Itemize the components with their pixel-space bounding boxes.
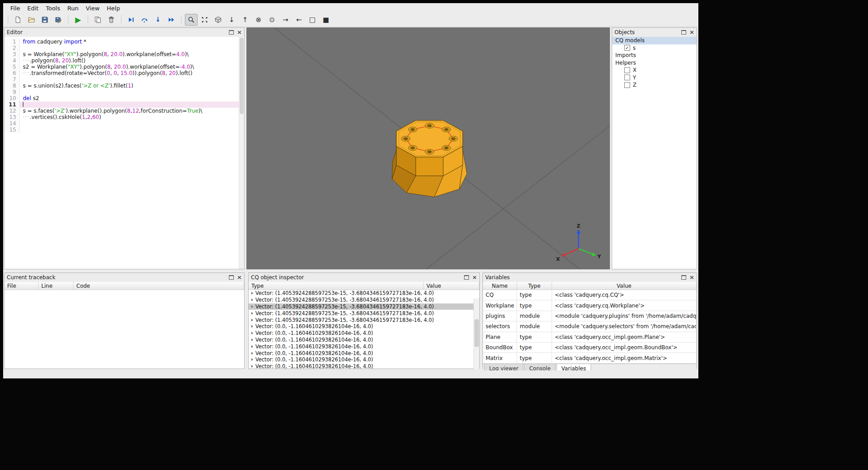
front-view-button[interactable]: ⊗ — [252, 14, 265, 26]
variable-row-boundbox[interactable]: BoundBoxtype<class 'cadquery.occ_impl.ge… — [483, 343, 697, 353]
tree-item-y[interactable]: Y — [612, 74, 697, 82]
code-line-8[interactable]: 8s = s.union(s2).faces('>Z or <Z').fille… — [4, 83, 244, 89]
variable-row-matrix[interactable]: Matrixtype<class 'cadquery.occ_impl.geom… — [483, 353, 697, 363]
debug-button[interactable] — [125, 14, 137, 26]
render-button[interactable]: ▶ — [72, 14, 84, 26]
objects-panel-titlebar[interactable]: Objects — [612, 28, 697, 37]
wireframe-view-button[interactable]: ■ — [320, 14, 332, 26]
code-line-15[interactable]: 15 — [4, 127, 244, 133]
save-button[interactable] — [39, 14, 51, 26]
code-line-5[interactable]: 5s2 = Workplane("XY").polygon(8, 20.0).w… — [4, 64, 244, 70]
column-header-code[interactable]: Code — [74, 282, 244, 290]
code-line-14[interactable]: 14 — [4, 120, 244, 127]
inspector-row[interactable]: Vector: (1.4053924288597253e-15, -3.6804… — [249, 290, 479, 297]
float-icon[interactable] — [229, 30, 234, 35]
code-line-11[interactable]: 11 — [4, 101, 244, 108]
expand-arrow-icon[interactable] — [251, 365, 253, 368]
inspector-row[interactable]: Vector: (1.4053924288597253e-15, -3.6804… — [249, 310, 479, 316]
menu-edit[interactable]: Edit — [24, 4, 42, 13]
variable-row-plugins[interactable]: pluginsmodule<module 'cadquery.plugins' … — [483, 311, 697, 321]
inspector-row[interactable]: Vector: (0.0, -1.1604610293826104e-16, 4… — [249, 343, 479, 350]
inspector-row[interactable]: Vector: (1.4053924288597253e-15, -3.6804… — [249, 316, 479, 323]
code-line-4[interactable]: 4····.polygon(8, 20).loft() — [4, 57, 244, 64]
inspector-row[interactable]: Vector: (0.0, -1.1604610293826104e-16, 4… — [249, 350, 479, 356]
inspector-scrollbar[interactable] — [473, 299, 479, 369]
expand-arrow-icon[interactable] — [251, 325, 253, 328]
float-icon[interactable] — [229, 275, 234, 280]
column-header-name[interactable]: Name — [483, 282, 517, 290]
code-editor[interactable]: 1from cadquery import *23s = Workplane("… — [4, 37, 244, 269]
expand-arrow-icon[interactable] — [251, 345, 253, 348]
new-file-button[interactable] — [12, 14, 24, 26]
iso-view-button[interactable] — [212, 14, 224, 26]
save-as-button[interactable] — [52, 14, 65, 26]
tree-group-cq-models[interactable]: CQ models — [612, 37, 697, 44]
menu-run[interactable]: Run — [64, 4, 82, 13]
menu-tools[interactable]: Tools — [42, 4, 64, 13]
viewport-3d[interactable]: Z Y X — [246, 27, 610, 269]
close-icon[interactable] — [689, 30, 694, 35]
toolbar-handle[interactable] — [87, 16, 89, 24]
tree-item-z[interactable]: Z — [612, 81, 697, 89]
tree-item-s[interactable]: s — [612, 44, 697, 52]
inspector-row[interactable]: Vector: (1.4053924288597253e-15, -3.6804… — [249, 303, 479, 310]
editor-scrollbar[interactable] — [239, 37, 244, 269]
bottom-view-button[interactable]: ↑ — [239, 14, 251, 26]
close-icon[interactable] — [237, 30, 242, 35]
code-line-6[interactable]: 6····.transformed(rotate=Vector(0, 0, 15… — [4, 70, 244, 76]
checkbox-z[interactable] — [624, 82, 630, 88]
inspector-row[interactable]: Vector: (1.4053924288597253e-15, -3.6804… — [249, 297, 479, 303]
close-icon[interactable] — [689, 275, 694, 280]
copy-button[interactable] — [92, 14, 104, 26]
toolbar-handle[interactable] — [120, 16, 122, 24]
step-into-button[interactable] — [152, 14, 164, 26]
checkbox-s[interactable] — [624, 45, 630, 51]
expand-arrow-icon[interactable] — [251, 319, 253, 321]
column-header-file[interactable]: File — [4, 282, 39, 290]
code-line-13[interactable]: 13····.vertices().cskHole(1,2,60) — [4, 114, 244, 120]
variable-row-cq[interactable]: CQtype<class 'cadquery.cq.CQ'> — [483, 290, 697, 300]
fit-view-button[interactable] — [198, 14, 211, 26]
menu-file[interactable]: File — [7, 4, 24, 13]
code-line-1[interactable]: 1from cadquery import * — [4, 39, 244, 45]
column-header-value[interactable]: Value — [552, 282, 697, 290]
tree-group-helpers[interactable]: Helpers — [612, 59, 697, 67]
shaded-view-button[interactable]: □ — [306, 14, 319, 26]
column-header-type[interactable]: Type — [517, 282, 552, 290]
toolbar-handle[interactable] — [180, 16, 182, 24]
column-header-line[interactable]: Line — [39, 282, 74, 290]
code-line-3[interactable]: 3s = Workplane("XY").polygon(8, 20.0).wo… — [4, 51, 244, 57]
code-line-9[interactable]: 9 — [4, 89, 244, 95]
variable-row-plane[interactable]: Planetype<class 'cadquery.occ_impl.geom.… — [483, 332, 697, 343]
inspector-row[interactable]: Vector: (0.0, -1.1604610293826104e-16, 4… — [249, 337, 479, 343]
inspector-row[interactable]: Vector: (0.0, -1.1604610293826104e-16, 4… — [249, 356, 479, 363]
tree-item-x[interactable]: X — [612, 66, 697, 74]
inspector-scrollbar-thumb[interactable] — [474, 319, 479, 347]
model-s[interactable] — [392, 120, 467, 197]
menu-help[interactable]: Help — [103, 4, 124, 13]
expand-arrow-icon[interactable] — [251, 338, 253, 341]
tree-group-imports[interactable]: Imports — [612, 52, 697, 59]
expand-arrow-icon[interactable] — [251, 312, 253, 315]
continue-button[interactable] — [165, 14, 178, 26]
float-icon[interactable] — [681, 275, 686, 280]
left-view-button[interactable]: → — [279, 14, 292, 26]
expand-arrow-icon[interactable] — [251, 299, 253, 301]
open-file-button[interactable] — [25, 14, 38, 26]
traceback-panel-titlebar[interactable]: Current traceback — [4, 273, 244, 282]
zoom-button[interactable] — [185, 14, 197, 26]
toolbar-handle[interactable] — [67, 16, 69, 24]
viewport-canvas[interactable]: Z Y X — [246, 27, 610, 269]
variables-panel-titlebar[interactable]: Variables — [483, 273, 697, 282]
top-view-button[interactable]: ↓ — [225, 14, 238, 26]
code-line-12[interactable]: 12s = s.faces('>Z').workplane().polygon(… — [4, 108, 244, 114]
back-view-button[interactable]: ⊙ — [266, 14, 278, 26]
float-icon[interactable] — [464, 275, 469, 280]
inspector-panel-titlebar[interactable]: CQ object inspector — [249, 273, 479, 282]
menu-view[interactable]: View — [82, 4, 103, 13]
expand-arrow-icon[interactable] — [251, 332, 253, 334]
step-over-button[interactable] — [138, 14, 151, 26]
code-line-10[interactable]: 10del s2 — [4, 95, 244, 101]
variable-row-selectors[interactable]: selectorsmodule<module 'cadquery.selecto… — [483, 321, 697, 332]
expand-arrow-icon[interactable] — [251, 352, 253, 355]
